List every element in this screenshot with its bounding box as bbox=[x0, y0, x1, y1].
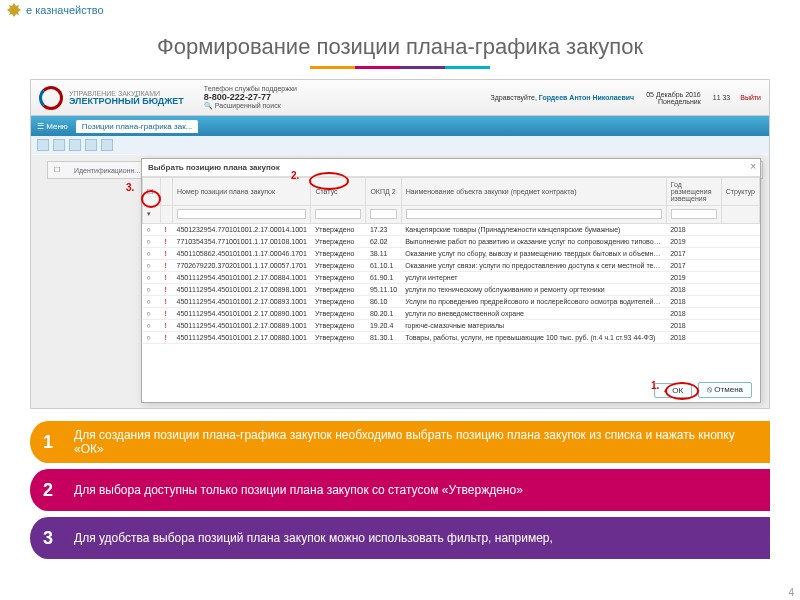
tool-icon[interactable] bbox=[37, 139, 49, 151]
eagle-logo bbox=[6, 2, 22, 18]
app-header: УПРАВЛЕНИЕ ЗАКУПКАМИ ЭЛЕКТРОННЫЙ БЮДЖЕТ … bbox=[31, 80, 769, 116]
dialog-title: Выбрать позицию плана закупок bbox=[142, 159, 760, 177]
table-row[interactable]: ○!4501112954.450101001.2.17.00890.1001Ут… bbox=[143, 307, 760, 319]
annotation-1: 1. bbox=[651, 380, 659, 391]
table-row[interactable]: ○!4501112954.450101001.2.17.00898.1001Ут… bbox=[143, 283, 760, 295]
filter-input[interactable] bbox=[671, 209, 717, 219]
step-text: Для удобства выбора позиций плана закупо… bbox=[48, 517, 770, 559]
col-okpd[interactable]: ОКПД 2 bbox=[366, 178, 401, 206]
step-text: Для создания позиции плана-графика закуп… bbox=[48, 421, 770, 463]
annotation-2: 2. bbox=[291, 170, 299, 181]
tool-icon[interactable] bbox=[101, 139, 113, 151]
time: 11 33 bbox=[713, 94, 731, 101]
steps: 1 Для создания позиции плана-графика зак… bbox=[30, 421, 770, 559]
active-tab[interactable]: Позиции плана-графика зак... bbox=[76, 120, 198, 133]
greeting: Здравствуйте, bbox=[491, 94, 537, 101]
search-icon[interactable]: 🔍 bbox=[204, 102, 213, 109]
brand-text: е казначейство bbox=[26, 4, 104, 16]
weekday: Понедельник bbox=[646, 98, 701, 105]
close-icon[interactable]: × bbox=[750, 161, 756, 172]
step-badge: 1 bbox=[30, 421, 66, 463]
annotation-circle bbox=[141, 190, 161, 208]
table-row[interactable]: ○!4501232954.770101001.2.17.00014.1001Ут… bbox=[143, 223, 760, 235]
date: 05 Декабрь 2016 bbox=[646, 91, 701, 98]
page-number: 4 bbox=[788, 587, 794, 598]
app-screenshot: УПРАВЛЕНИЕ ЗАКУПКАМИ ЭЛЕКТРОННЫЙ БЮДЖЕТ … bbox=[30, 79, 770, 409]
advanced-search-link[interactable]: Расширенный поиск bbox=[215, 102, 281, 109]
step-3: 3 Для удобства выбора позиций плана заку… bbox=[30, 517, 770, 559]
filter-input[interactable] bbox=[406, 209, 662, 219]
filter-input[interactable] bbox=[370, 209, 396, 219]
exit-link[interactable]: Выйти bbox=[740, 94, 761, 101]
select-position-dialog: Выбрать позицию плана закупок × ☐ Номер … bbox=[141, 158, 761, 403]
bg-column: Идентификационн... bbox=[74, 167, 140, 174]
step-badge: 2 bbox=[30, 469, 66, 511]
filter-input[interactable] bbox=[177, 209, 306, 219]
step-2: 2 Для выбора доступны только позиции пла… bbox=[30, 469, 770, 511]
table-row[interactable]: ○!4501112954.450101001.2.17.00889.1001Ут… bbox=[143, 319, 760, 331]
positions-table: ☐ Номер позиции плана закупок Статус ОКП… bbox=[142, 177, 760, 344]
menu-button[interactable]: ☰ Меню bbox=[37, 122, 68, 131]
accent-bar bbox=[310, 66, 490, 69]
toolbar bbox=[31, 136, 769, 154]
step-text: Для выбора доступны только позиции плана… bbox=[48, 469, 770, 511]
tool-icon[interactable] bbox=[85, 139, 97, 151]
col-name[interactable]: Наименование объекта закупки (предмет ко… bbox=[401, 178, 666, 206]
table-row[interactable]: ○!4501105862.450101001.1.17.00046.1701Ут… bbox=[143, 247, 760, 259]
annotation-circle bbox=[309, 172, 349, 190]
app-logo-icon bbox=[39, 86, 63, 110]
phone-label: Телефон службы поддержки bbox=[204, 85, 297, 92]
user-name: Гордеев Антон Николаевич bbox=[539, 94, 634, 101]
phone-number: 8-800-222-27-77 bbox=[204, 92, 271, 102]
table-row[interactable]: ○!4501112954.450101001.2.17.00893.1001Ут… bbox=[143, 295, 760, 307]
slide-title: Формирование позиции плана-графика закуп… bbox=[0, 34, 800, 60]
annotation-circle bbox=[665, 382, 699, 400]
table-row[interactable]: ○!4501112954.450101001.2.17.00880.1001Ут… bbox=[143, 331, 760, 343]
step-1: 1 Для создания позиции плана-графика зак… bbox=[30, 421, 770, 463]
tool-icon[interactable] bbox=[69, 139, 81, 151]
topbar: е казначейство bbox=[0, 0, 800, 20]
annotation-3: 3. bbox=[126, 182, 134, 193]
tool-icon[interactable] bbox=[53, 139, 65, 151]
col-number[interactable]: Номер позиции плана закупок bbox=[173, 178, 311, 206]
filter-input[interactable] bbox=[315, 209, 361, 219]
app-title: ЭЛЕКТРОННЫЙ БЮДЖЕТ bbox=[69, 97, 184, 106]
table-row[interactable]: ○!7710354354.771001001.1.17.00108.1001Ут… bbox=[143, 235, 760, 247]
step-badge: 3 bbox=[30, 517, 66, 559]
cancel-button[interactable]: ⦸ Отмена bbox=[698, 382, 752, 398]
table-row[interactable]: ○!7702679220.370201001.1.17.00057.1701Ут… bbox=[143, 259, 760, 271]
col-year[interactable]: Год размещения извещения bbox=[666, 178, 721, 206]
col-struct[interactable]: Структур bbox=[721, 178, 759, 206]
menubar: ☰ Меню Позиции плана-графика зак... bbox=[31, 116, 769, 136]
table-row[interactable]: ○!4501112954.450101001.2.17.00884.1001Ут… bbox=[143, 271, 760, 283]
